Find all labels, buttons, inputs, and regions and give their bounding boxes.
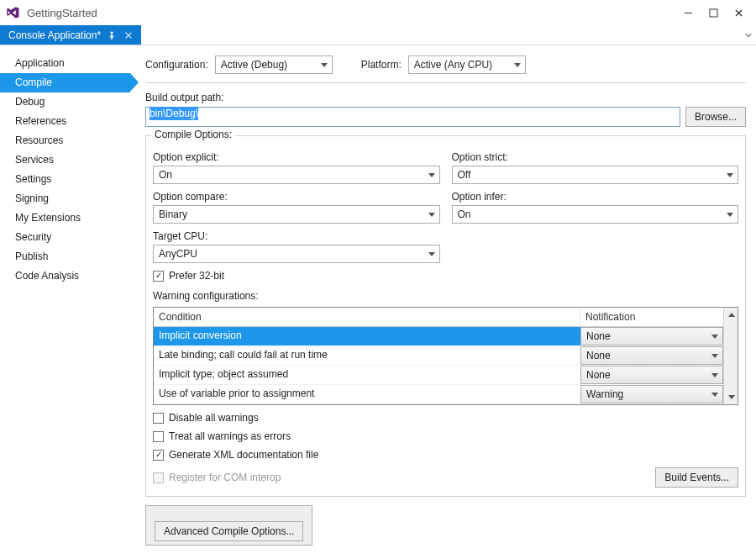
- option-compare-dropdown[interactable]: Binary: [153, 205, 440, 224]
- column-notification[interactable]: Notification: [580, 308, 723, 326]
- pin-icon[interactable]: [106, 29, 118, 41]
- advanced-compile-options-button[interactable]: Advanced Compile Options...: [155, 521, 303, 541]
- notification-dropdown[interactable]: Warning: [580, 385, 723, 403]
- prefer-32bit-checkbox[interactable]: [153, 271, 164, 282]
- option-infer-dropdown[interactable]: On: [452, 205, 739, 224]
- warning-configurations-table: Condition Notification Implicit conversi…: [153, 307, 738, 405]
- nav-item-application[interactable]: Application: [0, 54, 130, 73]
- document-tab-console-application[interactable]: Console Application*: [0, 25, 141, 45]
- nav-item-references[interactable]: References: [0, 112, 130, 131]
- visual-studio-logo-icon: [5, 5, 20, 20]
- scroll-up-icon[interactable]: [724, 308, 738, 322]
- warning-row[interactable]: Implicit type; object assumed None: [154, 366, 723, 385]
- nav-item-security[interactable]: Security: [0, 228, 130, 247]
- option-infer-label: Option infer:: [452, 191, 739, 203]
- nav-item-publish[interactable]: Publish: [0, 247, 130, 266]
- generate-xml-doc-checkbox[interactable]: [153, 450, 164, 461]
- warning-row[interactable]: Use of variable prior to assignment Warn…: [154, 385, 723, 404]
- nav-item-debug[interactable]: Debug: [0, 92, 130, 112]
- compile-options-group: Compile Options: Option explicit: On Opt…: [145, 135, 746, 497]
- notification-dropdown[interactable]: None: [580, 327, 723, 345]
- disable-all-warnings-checkbox[interactable]: [153, 413, 164, 424]
- svg-rect-1: [710, 9, 717, 17]
- option-compare-label: Option compare:: [153, 191, 440, 203]
- warning-table-header: Condition Notification: [154, 308, 723, 327]
- nav-item-resources[interactable]: Resources: [0, 131, 130, 150]
- document-tabstrip: Console Application*: [0, 25, 756, 45]
- warning-row[interactable]: Late binding; call could fail at run tim…: [154, 346, 723, 366]
- nav-item-settings[interactable]: Settings: [0, 170, 130, 189]
- build-events-button[interactable]: Build Events...: [655, 467, 738, 488]
- notification-dropdown[interactable]: None: [580, 366, 723, 384]
- close-tab-icon[interactable]: [123, 29, 134, 41]
- browse-button[interactable]: Browse...: [685, 107, 746, 127]
- nav-item-signing[interactable]: Signing: [0, 189, 130, 208]
- option-strict-label: Option strict:: [452, 151, 739, 163]
- scroll-down-icon[interactable]: [724, 390, 738, 404]
- maximize-button[interactable]: [701, 4, 726, 21]
- nav-item-compile[interactable]: Compile: [0, 73, 130, 92]
- nav-item-code-analysis[interactable]: Code Analysis: [0, 266, 130, 286]
- warning-row[interactable]: Implicit conversion None: [154, 327, 723, 346]
- close-button[interactable]: [726, 4, 751, 21]
- configuration-dropdown[interactable]: Active (Debug): [215, 55, 333, 74]
- nav-item-my-extensions[interactable]: My Extensions: [0, 208, 130, 228]
- compile-options-legend: Compile Options:: [151, 129, 235, 140]
- register-com-interop-label: Register for COM interop: [169, 472, 281, 483]
- document-tab-label: Console Application*: [8, 29, 101, 41]
- generate-xml-doc-label: Generate XML documentation file: [169, 449, 318, 461]
- treat-warnings-as-errors-label: Treat all warnings as errors: [169, 430, 291, 442]
- warning-table-scrollbar[interactable]: [723, 308, 738, 404]
- titlebar: GettingStarted: [0, 0, 756, 25]
- option-strict-dropdown[interactable]: Off: [452, 166, 739, 184]
- window-controls: [675, 4, 751, 21]
- svg-rect-0: [685, 13, 692, 13]
- option-explicit-label: Option explicit:: [153, 151, 440, 163]
- build-output-path-value: bin\Debug\: [150, 107, 198, 120]
- prefer-32bit-label: Prefer 32-bit: [169, 270, 224, 282]
- notification-dropdown[interactable]: None: [580, 346, 723, 365]
- project-properties-nav: Application Compile Debug References Res…: [0, 45, 130, 559]
- nav-item-services[interactable]: Services: [0, 150, 130, 170]
- window-title: GettingStarted: [27, 7, 97, 19]
- option-explicit-dropdown[interactable]: On: [153, 166, 440, 184]
- build-output-path-input[interactable]: bin\Debug\: [145, 107, 680, 127]
- target-cpu-label: Target CPU:: [153, 230, 440, 242]
- platform-dropdown[interactable]: Active (Any CPU): [408, 55, 526, 74]
- tabstrip-overflow-icon[interactable]: [741, 25, 756, 45]
- configuration-label: Configuration:: [145, 59, 208, 71]
- column-condition[interactable]: Condition: [154, 308, 580, 326]
- minimize-button[interactable]: [675, 4, 701, 21]
- disable-all-warnings-label: Disable all warnings: [169, 412, 259, 424]
- register-com-interop-checkbox: [153, 472, 164, 483]
- build-output-path-label: Build output path:: [145, 92, 746, 103]
- platform-label: Platform:: [361, 59, 402, 71]
- treat-warnings-as-errors-checkbox[interactable]: [153, 431, 164, 442]
- compile-page: Configuration: Active (Debug) Platform: …: [130, 45, 756, 559]
- warning-configurations-label: Warning configurations:: [153, 290, 738, 302]
- target-cpu-dropdown[interactable]: AnyCPU: [153, 245, 440, 263]
